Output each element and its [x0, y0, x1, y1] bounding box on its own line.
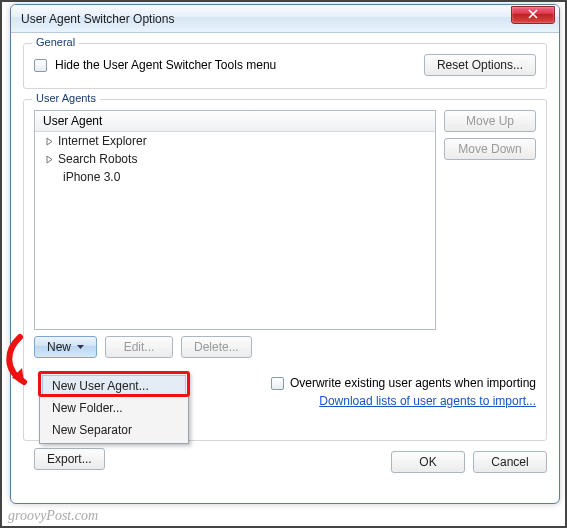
list-item-label: Search Robots	[58, 152, 137, 166]
list-item-label: iPhone 3.0	[63, 170, 120, 184]
list-item[interactable]: Internet Explorer	[35, 132, 435, 150]
close-icon	[528, 8, 538, 22]
new-dropdown-menu: New User Agent... New Folder... New Sepa…	[39, 372, 189, 444]
titlebar[interactable]: User Agent Switcher Options	[11, 5, 559, 33]
move-up-button[interactable]: Move Up	[444, 110, 536, 132]
list-item[interactable]: iPhone 3.0	[35, 168, 435, 186]
move-down-button[interactable]: Move Down	[444, 138, 536, 160]
close-button[interactable]	[511, 6, 555, 24]
edit-button[interactable]: Edit...	[105, 336, 173, 358]
hide-menu-checkbox[interactable]	[34, 59, 47, 72]
menu-item-label: New User Agent...	[52, 379, 149, 393]
delete-button[interactable]: Delete...	[181, 336, 252, 358]
new-button-label: New	[47, 340, 71, 354]
download-lists-link[interactable]: Download lists of user agents to import.…	[319, 394, 536, 408]
list-item[interactable]: Search Robots	[35, 150, 435, 168]
overwrite-checkbox[interactable]	[271, 377, 284, 390]
window-title: User Agent Switcher Options	[21, 12, 511, 26]
hide-menu-label: Hide the User Agent Switcher Tools menu	[55, 58, 416, 72]
reset-options-button[interactable]: Reset Options...	[424, 54, 536, 76]
expand-caret-icon[interactable]	[45, 155, 54, 164]
new-button[interactable]: New	[34, 336, 97, 358]
menu-item-new-user-agent[interactable]: New User Agent...	[42, 375, 186, 397]
menu-item-label: New Separator	[52, 423, 132, 437]
chevron-down-icon	[77, 340, 84, 354]
general-group: General Hide the User Agent Switcher Too…	[23, 43, 547, 89]
list-item-label: Internet Explorer	[58, 134, 147, 148]
overwrite-label: Overwrite existing user agents when impo…	[290, 376, 536, 390]
user-agent-column-header[interactable]: User Agent	[35, 111, 435, 132]
user-agent-list[interactable]: User Agent Internet Explorer Search Robo…	[34, 110, 436, 330]
user-agents-legend: User Agents	[32, 92, 100, 104]
watermark-text: groovyPost.com	[8, 508, 98, 524]
menu-item-new-folder[interactable]: New Folder...	[42, 397, 186, 419]
menu-item-new-separator[interactable]: New Separator	[42, 419, 186, 441]
expand-caret-icon[interactable]	[45, 137, 54, 146]
menu-item-label: New Folder...	[52, 401, 123, 415]
general-legend: General	[32, 36, 79, 48]
export-button[interactable]: Export...	[34, 448, 105, 470]
